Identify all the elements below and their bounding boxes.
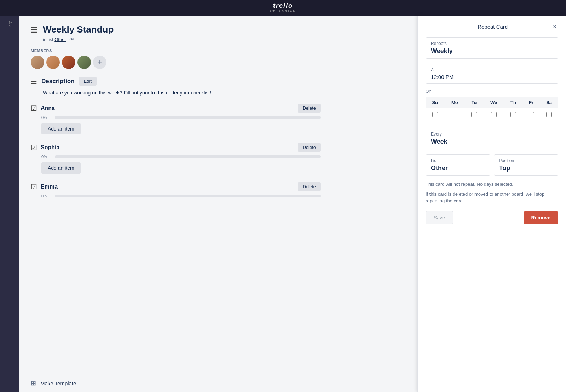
card-type-icon: ☰ — [31, 25, 38, 35]
members-label: MEMBERS — [31, 48, 321, 53]
description-icon: ☰ — [31, 77, 37, 86]
checkbox-sa[interactable] — [546, 112, 552, 117]
card-title-block: Weekly Standup in list Other 👁 — [43, 24, 114, 42]
day-we: We — [483, 97, 504, 108]
checklist-sophia-header: ☑ Sophia Delete — [31, 143, 321, 152]
checklist-emma-header: ☑ Emma Delete — [31, 182, 321, 191]
sidebar-label: any — [8, 21, 12, 27]
checklist-icon-anna: ☑ — [31, 104, 37, 113]
close-repeat-panel-button[interactable]: × — [551, 23, 558, 31]
add-member-button[interactable]: + — [93, 56, 106, 69]
days-table: Su Mo Tu We Th Fr Sa — [426, 97, 558, 123]
card-main: ☰ Weekly Standup in list Other 👁 MEMBERS… — [31, 24, 321, 198]
topbar-logo: trello ATLASSIAN — [270, 2, 296, 13]
left-sidebar: any — [0, 16, 19, 392]
watch-icon[interactable]: 👁 — [69, 36, 74, 42]
checklist-anna: ☑ Anna Delete 0% Add an item — [31, 104, 321, 134]
description-title: Description — [41, 78, 75, 85]
add-item-sophia-button[interactable]: Add an item — [41, 162, 81, 174]
checklist-sophia: ☑ Sophia Delete 0% Add an item — [31, 143, 321, 174]
day-mo: Mo — [444, 97, 465, 108]
checkbox-th[interactable] — [510, 112, 516, 117]
edit-description-button[interactable]: Edit — [79, 77, 97, 86]
progress-row-emma: 0% — [41, 194, 321, 198]
repeat-panel: Repeat Card × Repeats Weekly At 12:00 PM… — [417, 16, 566, 392]
position-label: Position — [499, 158, 553, 163]
position-field[interactable]: Position Top — [494, 154, 559, 176]
description-text: What are you working on this week? Fill … — [43, 89, 321, 97]
progress-pct-sophia: 0% — [41, 155, 51, 159]
brand-name: trello — [273, 2, 293, 10]
every-value: Week — [431, 138, 553, 145]
repeat-actions: Save Remove — [426, 211, 558, 224]
topbar: trello ATLASSIAN — [0, 0, 566, 16]
checkbox-fr[interactable] — [529, 112, 534, 117]
list-prefix: in list — [43, 37, 53, 42]
make-template-label: Make Template — [40, 380, 76, 386]
save-button: Save — [426, 211, 453, 224]
brand-sub: ATLASSIAN — [270, 10, 296, 13]
checklist-icon-sophia: ☑ — [31, 143, 37, 152]
day-su: Su — [426, 97, 444, 108]
notice-1: This card will not repeat. No days selec… — [426, 181, 558, 188]
repeats-field[interactable]: Repeats Weekly — [426, 37, 558, 59]
day-th: Th — [504, 97, 522, 108]
day-fr: Fr — [522, 97, 540, 108]
every-label: Every — [431, 132, 553, 137]
avatar-4[interactable] — [77, 56, 91, 69]
remove-button[interactable]: Remove — [524, 211, 558, 224]
make-template-row[interactable]: ⊞ Make Template — [19, 374, 417, 392]
progress-row-sophia: 0% — [41, 155, 321, 159]
checkbox-we[interactable] — [491, 112, 497, 117]
on-label: On — [426, 89, 558, 94]
delete-emma-button[interactable]: Delete — [298, 182, 321, 191]
members-row: + — [31, 56, 321, 69]
notice-2: If this card is deleted or moved to anot… — [426, 191, 558, 204]
list-position-row: List Other Position Top — [426, 154, 558, 176]
repeats-label: Repeats — [431, 41, 553, 46]
delete-sophia-button[interactable]: Delete — [298, 143, 321, 152]
card-title: Weekly Standup — [43, 24, 114, 35]
repeats-value: Weekly — [431, 47, 553, 55]
checklist-title-sophia: Sophia — [41, 144, 294, 151]
at-field[interactable]: At 12:00 PM — [426, 64, 558, 84]
progress-pct-emma: 0% — [41, 194, 51, 198]
list-field[interactable]: List Other — [426, 154, 490, 176]
repeat-panel-title: Repeat Card — [434, 24, 551, 30]
day-sa: Sa — [540, 97, 558, 108]
list-value: Other — [431, 165, 485, 172]
avatar-3[interactable] — [62, 56, 75, 69]
checklist-emma: ☑ Emma Delete 0% — [31, 182, 321, 198]
checklist-anna-header: ☑ Anna Delete — [31, 104, 321, 113]
delete-anna-button[interactable]: Delete — [298, 104, 321, 113]
at-value: 12:00 PM — [431, 74, 553, 80]
avatar-2[interactable] — [46, 56, 60, 69]
checkbox-su[interactable] — [432, 112, 438, 117]
progress-bar-bg-anna — [55, 116, 321, 119]
day-tu: Tu — [465, 97, 483, 108]
description-header: ☰ Description Edit — [31, 77, 321, 86]
every-field[interactable]: Every Week — [426, 128, 558, 149]
progress-pct-anna: 0% — [41, 115, 51, 120]
checklist-title-anna: Anna — [41, 105, 294, 111]
checklist-icon-emma: ☑ — [31, 183, 37, 191]
progress-bar-bg-sophia — [55, 155, 321, 158]
repeat-panel-header: Repeat Card × — [426, 23, 558, 31]
progress-row-anna: 0% — [41, 115, 321, 120]
card-list-info: in list Other 👁 — [43, 36, 114, 42]
position-value: Top — [499, 165, 553, 172]
checkbox-tu[interactable] — [471, 112, 477, 117]
card-header: ☰ Weekly Standup in list Other 👁 — [31, 24, 321, 42]
list-link[interactable]: Other — [54, 37, 66, 42]
add-item-anna-button[interactable]: Add an item — [41, 123, 81, 134]
list-label: List — [431, 158, 485, 163]
checkbox-mo[interactable] — [452, 112, 457, 117]
avatar-1[interactable] — [31, 56, 44, 69]
make-template-icon: ⊞ — [31, 379, 36, 387]
progress-bar-bg-emma — [55, 195, 321, 197]
checklist-title-emma: Emma — [41, 184, 294, 190]
at-label: At — [431, 68, 553, 73]
